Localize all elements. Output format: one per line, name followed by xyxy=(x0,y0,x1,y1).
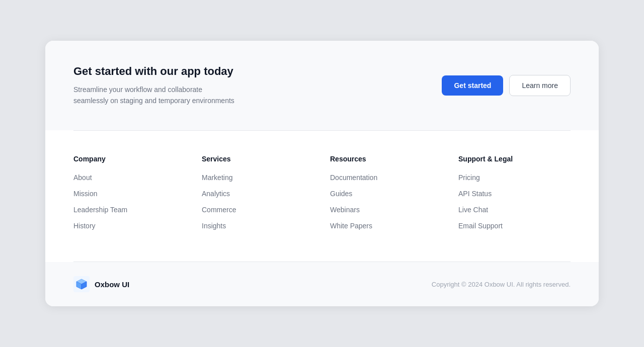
cta-text: Get started with our app today Streamlin… xyxy=(73,65,234,107)
footer-link-pricing[interactable]: Pricing xyxy=(458,173,480,182)
learn-more-button[interactable]: Learn more xyxy=(509,75,571,96)
footer-col-resources-list: Documentation Guides Webinars White Pape… xyxy=(330,173,442,230)
list-item: Mission xyxy=(73,189,186,198)
list-item: Live Chat xyxy=(458,205,571,214)
footer-link-white-papers[interactable]: White Papers xyxy=(330,222,372,230)
brand-logo-icon xyxy=(73,276,90,292)
footer-link-commerce[interactable]: Commerce xyxy=(202,206,236,214)
footer-link-history[interactable]: History xyxy=(73,222,96,230)
footer-link-analytics[interactable]: Analytics xyxy=(202,190,230,198)
footer-col-support-heading: Support & Legal xyxy=(458,155,571,163)
footer-link-api-status[interactable]: API Status xyxy=(458,190,492,198)
list-item: White Papers xyxy=(330,221,442,230)
list-item: Insights xyxy=(202,221,314,230)
footer-bottom: Oxbow UI Copyright © 2024 Oxbow UI. All … xyxy=(45,262,599,306)
footer-link-insights[interactable]: Insights xyxy=(202,222,226,230)
brand-name: Oxbow UI xyxy=(95,280,129,289)
footer-nav: Company About Mission Leadership Team Hi… xyxy=(45,131,599,262)
footer-col-services-heading: Services xyxy=(202,155,314,163)
brand: Oxbow UI xyxy=(73,276,129,292)
footer-col-services: Services Marketing Analytics Commerce In… xyxy=(202,155,314,237)
cta-description: Streamline your workflow and collaborate… xyxy=(73,84,234,107)
list-item: About xyxy=(73,173,186,182)
list-item: Commerce xyxy=(202,205,314,214)
cta-heading: Get started with our app today xyxy=(73,65,234,78)
footer-link-mission[interactable]: Mission xyxy=(73,190,97,198)
list-item: Analytics xyxy=(202,189,314,198)
get-started-button[interactable]: Get started xyxy=(442,75,503,96)
footer-col-company-list: About Mission Leadership Team History xyxy=(73,173,186,230)
footer-col-resources: Resources Documentation Guides Webinars … xyxy=(330,155,442,237)
list-item: Leadership Team xyxy=(73,205,186,214)
list-item: API Status xyxy=(458,189,571,198)
list-item: Guides xyxy=(330,189,442,198)
footer-link-live-chat[interactable]: Live Chat xyxy=(458,206,488,214)
copyright-text: Copyright © 2024 Oxbow UI. All rights re… xyxy=(432,281,571,288)
footer-link-about[interactable]: About xyxy=(73,173,92,182)
footer-link-guides[interactable]: Guides xyxy=(330,190,352,198)
list-item: Email Support xyxy=(458,221,571,230)
footer-link-documentation[interactable]: Documentation xyxy=(330,173,377,182)
footer-col-company: Company About Mission Leadership Team Hi… xyxy=(73,155,186,237)
footer-link-marketing[interactable]: Marketing xyxy=(202,173,232,182)
list-item: Pricing xyxy=(458,173,571,182)
footer-col-support: Support & Legal Pricing API Status Live … xyxy=(458,155,571,237)
list-item: Webinars xyxy=(330,205,442,214)
footer-link-webinars[interactable]: Webinars xyxy=(330,206,360,214)
footer-col-resources-heading: Resources xyxy=(330,155,442,163)
list-item: History xyxy=(73,221,186,230)
footer-col-services-list: Marketing Analytics Commerce Insights xyxy=(202,173,314,230)
cta-section: Get started with our app today Streamlin… xyxy=(45,41,599,131)
cta-buttons: Get started Learn more xyxy=(442,75,571,96)
page-wrapper: Get started with our app today Streamlin… xyxy=(45,41,599,307)
footer-link-leadership[interactable]: Leadership Team xyxy=(73,206,127,214)
footer-col-company-heading: Company xyxy=(73,155,186,163)
footer-link-email-support[interactable]: Email Support xyxy=(458,222,503,230)
footer-col-support-list: Pricing API Status Live Chat Email Suppo… xyxy=(458,173,571,230)
list-item: Documentation xyxy=(330,173,442,182)
list-item: Marketing xyxy=(202,173,314,182)
